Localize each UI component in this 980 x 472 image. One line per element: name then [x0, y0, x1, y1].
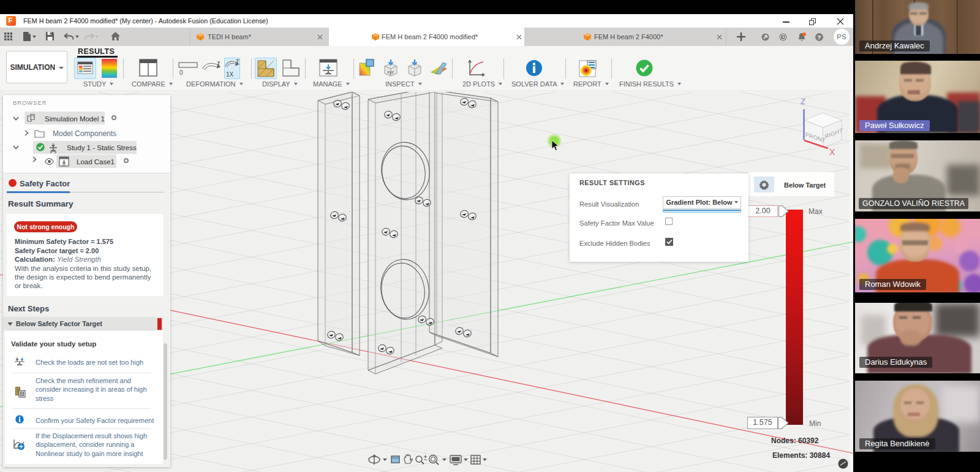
svg-text:X: X: [829, 147, 835, 157]
svg-text:Z: Z: [801, 97, 805, 106]
svg-text:?: ?: [818, 34, 821, 40]
svg-text:xyz: xyz: [387, 69, 394, 75]
svg-text:1X: 1X: [226, 71, 234, 78]
